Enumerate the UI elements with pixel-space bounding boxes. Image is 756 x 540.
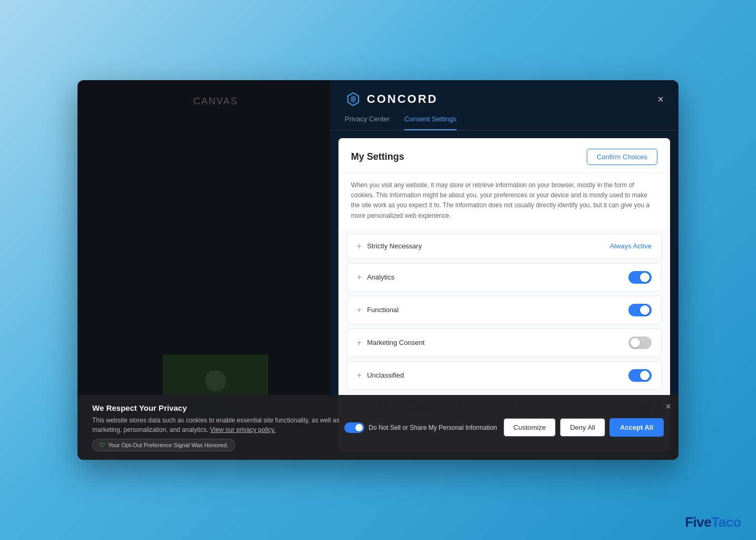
- customize-button[interactable]: Customize: [503, 418, 556, 437]
- canvas-label: CANVAS: [193, 96, 238, 107]
- do-not-sell-toggle[interactable]: [344, 422, 364, 433]
- settings-header: My Settings Confirm Choices: [338, 138, 670, 173]
- accept-all-button[interactable]: Accept All: [609, 418, 664, 437]
- modal-header: CONCORD ×: [330, 80, 679, 108]
- banner-right: Do Not Sell or Share My Personal Informa…: [344, 418, 664, 437]
- consent-item-analytics: + Analytics: [347, 263, 662, 292]
- consent-item-left: + Functional: [357, 305, 399, 315]
- consent-item-marketing: + Marketing Consent: [347, 329, 662, 357]
- privacy-banner: × We Respect Your Privacy This website s…: [77, 395, 679, 460]
- always-active-label: Always Active: [610, 242, 652, 250]
- modal-tabs: Privacy Center Consent Settings: [330, 108, 679, 131]
- consent-item-functional: + Functional: [347, 296, 662, 324]
- consent-item-left: + Marketing Consent: [357, 338, 424, 348]
- svg-rect-0: [205, 370, 226, 391]
- expand-icon[interactable]: +: [357, 338, 362, 348]
- tab-privacy-center[interactable]: Privacy Center: [345, 115, 390, 130]
- logo-text: CONCORD: [367, 92, 438, 106]
- consent-item-unclassified: + Unclassified: [347, 361, 662, 390]
- do-not-sell-label: Do Not Sell or Share My Personal Informa…: [369, 424, 497, 431]
- banner-title: We Respect Your Privacy: [92, 403, 344, 412]
- banner-close-button[interactable]: ×: [665, 401, 671, 412]
- shield-icon: 🛡: [99, 442, 105, 448]
- consent-item-strictly-necessary: + Strictly Necessary Always Active: [347, 234, 662, 259]
- unclassified-toggle[interactable]: [628, 369, 652, 382]
- expand-icon[interactable]: +: [357, 242, 362, 251]
- expand-icon[interactable]: +: [357, 305, 362, 315]
- modal-close-button[interactable]: ×: [657, 93, 664, 105]
- settings-description: When you visit any website, it may store…: [338, 173, 670, 229]
- analytics-toggle[interactable]: [628, 271, 652, 284]
- opt-out-badge: 🛡 Your Opt-Out Preference Signal Was Hon…: [92, 439, 235, 451]
- banner-actions: Customize Deny All Accept All: [503, 418, 664, 437]
- marketing-toggle[interactable]: [628, 336, 652, 349]
- confirm-choices-button[interactable]: Confirm Choices: [587, 149, 657, 165]
- tab-consent-settings[interactable]: Consent Settings: [404, 115, 457, 130]
- settings-title: My Settings: [351, 151, 404, 162]
- concord-logo-icon: [345, 91, 362, 108]
- expand-icon[interactable]: +: [357, 273, 362, 282]
- consent-item-left: + Unclassified: [357, 371, 404, 380]
- expand-icon[interactable]: +: [357, 371, 362, 380]
- fivetaco-brand: FiveTaco: [685, 514, 741, 531]
- privacy-policy-link[interactable]: View our privacy policy.: [210, 426, 275, 433]
- do-not-sell-section: Do Not Sell or Share My Personal Informa…: [344, 422, 497, 433]
- browser-window: CANVAS CONCORD ×: [77, 80, 679, 460]
- banner-left: We Respect Your Privacy This website sto…: [92, 403, 344, 451]
- consent-item-left: + Strictly Necessary: [357, 242, 422, 251]
- functional-toggle[interactable]: [628, 304, 652, 316]
- deny-all-button[interactable]: Deny All: [560, 418, 605, 437]
- logo-area: CONCORD: [345, 91, 438, 108]
- consent-item-left: + Analytics: [357, 273, 394, 282]
- banner-description: This website stores data such as cookies…: [92, 416, 344, 435]
